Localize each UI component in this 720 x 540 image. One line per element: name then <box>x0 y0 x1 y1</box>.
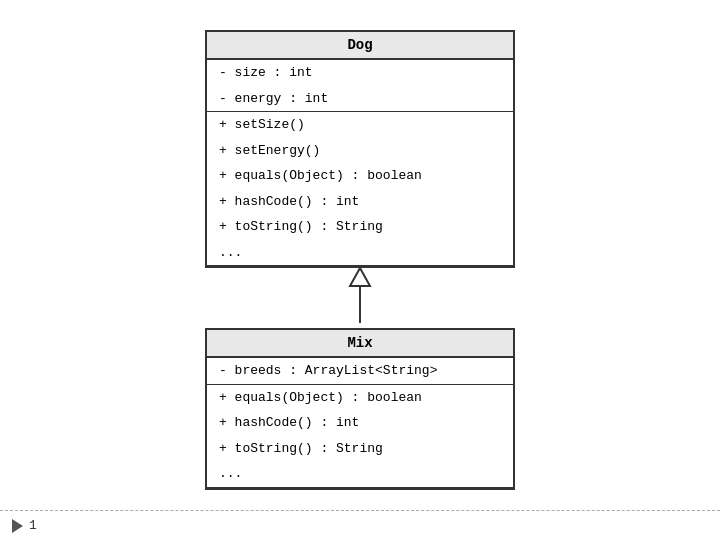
dog-attr-energy: - energy : int <box>207 86 513 112</box>
dog-class-title: Dog <box>207 32 513 60</box>
mix-method-equals: + equals(Object) : boolean <box>207 385 513 411</box>
dog-method-setsize: + setSize() <box>207 112 513 138</box>
inheritance-arrow-svg <box>340 268 380 328</box>
diagram-area: Dog - size : int - energy : int + setSiz… <box>0 0 720 510</box>
mix-class-title: Mix <box>207 330 513 358</box>
mix-class-box: Mix - breeds : ArrayList<String> + equal… <box>205 328 515 490</box>
mix-methods-section: + equals(Object) : boolean + hashCode() … <box>207 385 513 488</box>
dog-method-tostring: + toString() : String <box>207 214 513 240</box>
dog-method-setenergy: + setEnergy() <box>207 138 513 164</box>
mix-method-ellipsis: ... <box>207 461 513 487</box>
dog-attr-size: - size : int <box>207 60 513 86</box>
dog-attributes-section: - size : int - energy : int <box>207 60 513 112</box>
mix-method-hashcode: + hashCode() : int <box>207 410 513 436</box>
bottom-bar: 1 <box>0 510 720 540</box>
dog-method-ellipsis: ... <box>207 240 513 266</box>
mix-attributes-section: - breeds : ArrayList<String> <box>207 358 513 385</box>
dog-method-hashcode: + hashCode() : int <box>207 189 513 215</box>
inheritance-connector <box>205 268 515 328</box>
mix-method-tostring: + toString() : String <box>207 436 513 462</box>
dog-class-box: Dog - size : int - energy : int + setSiz… <box>205 30 515 268</box>
page-number: 1 <box>29 518 37 533</box>
play-icon <box>12 519 23 533</box>
mix-attr-breeds: - breeds : ArrayList<String> <box>207 358 513 384</box>
svg-marker-1 <box>350 268 370 286</box>
dog-method-equals: + equals(Object) : boolean <box>207 163 513 189</box>
dog-methods-section: + setSize() + setEnergy() + equals(Objec… <box>207 112 513 266</box>
